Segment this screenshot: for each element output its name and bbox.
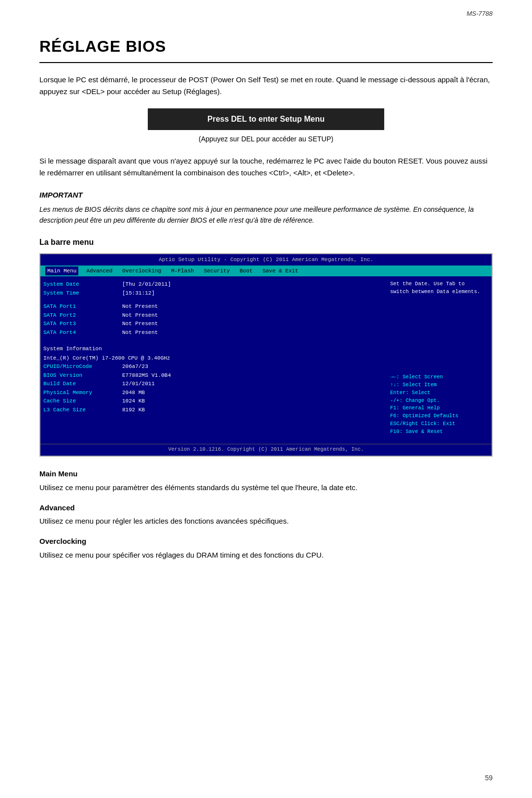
bios-help-line1: Set the Date. Use Tab to	[390, 280, 489, 288]
bios-label-cpu: Inte_(R) Core(TM) i7-2600 CPU @ 3.40GHz	[43, 354, 170, 363]
bios-label-cache: Cache Size	[43, 397, 122, 405]
bios-label-sata4: SATA Port4	[43, 329, 122, 337]
bios-row-l3cache: L3 Cache Size 8192 KB	[43, 406, 380, 414]
bios-row-sata3: SATA Port3 Not Present	[43, 320, 380, 328]
page-title: RÉGLAGE BIOS	[39, 34, 493, 58]
title-divider	[39, 62, 493, 63]
bios-row-sata4: SATA Port4 Not Present	[43, 329, 380, 337]
press-del-box: Press DEL to enter Setup Menu	[148, 108, 384, 130]
bios-value-sysdate: [Thu 2/01/2011]	[122, 280, 171, 289]
bios-label-sysdate: System Date	[43, 280, 122, 289]
bios-nav-item: ↑↓: Select Item	[390, 381, 489, 389]
bios-value-l3cache: 8192 KB	[122, 406, 145, 414]
bios-label-sata3: SATA Port3	[43, 320, 122, 328]
bios-row-cpu: Inte_(R) Core(TM) i7-2600 CPU @ 3.40GHz	[43, 354, 380, 363]
bios-value-cpuid: 206a7/23	[122, 363, 148, 371]
bios-menu-bar: Main Menu Advanced Overclocking M-Flash …	[40, 266, 492, 277]
bios-nav-enter: Enter: Select	[390, 389, 489, 397]
bios-menu-overclocking[interactable]: Overclocking	[120, 266, 163, 276]
section-overclocking-heading: Overclocking	[39, 536, 493, 547]
section-advanced-heading: Advanced	[39, 502, 493, 514]
bios-label-bios-ver: BIOS Version	[43, 371, 122, 380]
body-paragraph: Si le message disparaît avant que vous n…	[39, 155, 493, 179]
bios-nav-esc: ESC/Right Click: Exit	[390, 420, 489, 428]
bios-row-sata2: SATA Port2 Not Present	[43, 311, 380, 320]
bios-row-systime: System Time [15:31:12]	[43, 289, 380, 298]
bios-menu-mflash[interactable]: M-Flash	[169, 266, 196, 276]
bios-sysinfo-title: System Information	[43, 345, 380, 353]
bios-value-bios-ver: E77882MS V1.0B4	[122, 371, 171, 380]
sections-container: Main Menu Utilisez ce menu pour paramètr…	[39, 468, 493, 561]
bios-nav-screen: →←: Select Screen	[390, 373, 489, 381]
bios-nav-change: -/+: Change Opt.	[390, 397, 489, 405]
bios-row-cpuid: CPUID/MicroCode 206a7/23	[43, 363, 380, 371]
press-del-sub: (Appuyez sur DEL pour accéder au SETUP)	[39, 134, 493, 144]
bios-row-sysdate: System Date [Thu 2/01/2011]	[43, 280, 380, 289]
bios-row-phys-mem: Physical Memory 2048 MB	[43, 389, 380, 397]
bios-help-line2: switch between Data elements.	[390, 288, 489, 296]
bios-row-cache: Cache Size 1024 KB	[43, 397, 380, 405]
section-main-menu-text: Utilisez ce menu pour paramètrer des élé…	[39, 482, 493, 494]
bios-value-systime: [15:31:12]	[122, 289, 155, 298]
bios-value-cache: 1024 KB	[122, 397, 145, 405]
bios-value-sata2: Not Present	[122, 311, 158, 320]
bios-right-panel: Set the Date. Use Tab to switch between …	[385, 280, 489, 440]
page-number: 59	[485, 773, 493, 783]
bios-left-panel: System Date [Thu 2/01/2011] System Time …	[43, 280, 385, 440]
bios-nav-f1: F1: General Help	[390, 404, 489, 412]
bios-label-build-date: Build Date	[43, 380, 122, 388]
bios-row-bios-ver: BIOS Version E77882MS V1.0B4	[43, 371, 380, 380]
bios-label-sata2: SATA Port2	[43, 311, 122, 320]
bios-value-sata1: Not Present	[122, 302, 158, 311]
bios-footer: Version 2.10.1216. Copyright (C) 2011 Am…	[40, 444, 492, 456]
bios-value-sata3: Not Present	[122, 320, 158, 328]
bios-value-phys-mem: 2048 MB	[122, 389, 145, 397]
important-text: Les menus de BIOS décrits dans ce chapit…	[39, 204, 493, 226]
barre-menu-heading: La barre menu	[39, 236, 493, 248]
bios-menu-boot[interactable]: Boot	[237, 266, 254, 276]
model-number: MS-7788	[466, 9, 493, 19]
bios-label-systime: System Time	[43, 289, 122, 298]
bios-row-sata1: SATA Port1 Not Present	[43, 302, 380, 311]
bios-label-l3cache: L3 Cache Size	[43, 406, 122, 414]
intro-paragraph: Lorsque le PC est démarré, le processeur…	[39, 74, 493, 98]
bios-title-bar: Aptio Setup Utility - Copyright (C) 2011…	[40, 254, 492, 266]
section-main-menu-heading: Main Menu	[39, 468, 493, 480]
bios-menu-main[interactable]: Main Menu	[45, 266, 78, 276]
important-heading: IMPORTANT	[39, 190, 493, 201]
bios-help-text: Set the Date. Use Tab to switch between …	[390, 280, 489, 435]
bios-menu-advanced[interactable]: Advanced	[84, 266, 114, 276]
bios-body: System Date [Thu 2/01/2011] System Time …	[40, 276, 492, 444]
bios-menu-security[interactable]: Security	[202, 266, 232, 276]
section-advanced-text: Utilisez ce menu pour régler les article…	[39, 515, 493, 527]
bios-value-build-date: 12/01/2011	[122, 380, 155, 388]
bios-nav-f6: F6: Optimized Defaults	[390, 412, 489, 420]
bios-menu-save-exit[interactable]: Save & Exit	[261, 266, 300, 276]
bios-label-phys-mem: Physical Memory	[43, 389, 122, 397]
bios-screenshot: Aptio Setup Utility - Copyright (C) 2011…	[39, 253, 493, 457]
bios-label-sata1: SATA Port1	[43, 302, 122, 311]
bios-label-cpuid: CPUID/MicroCode	[43, 363, 122, 371]
bios-value-sata4: Not Present	[122, 329, 158, 337]
bios-row-build-date: Build Date 12/01/2011	[43, 380, 380, 388]
section-overclocking-text: Utilisez ce menu pour spécifier vos régl…	[39, 549, 493, 561]
bios-nav-f10: F10: Save & Reset	[390, 428, 489, 436]
